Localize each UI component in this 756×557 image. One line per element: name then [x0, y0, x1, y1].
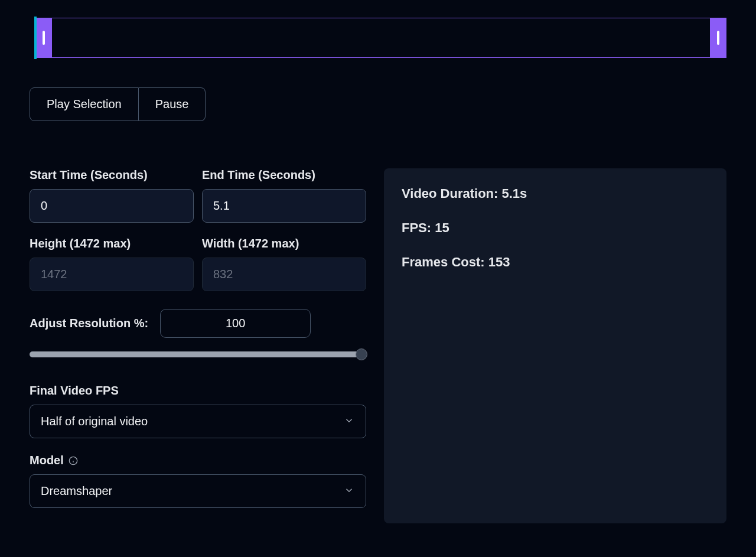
width-label: Width (1472 max): [202, 237, 366, 250]
model-select-label: Model: [30, 454, 64, 467]
stat-frames-cost: Frames Cost: 153: [402, 255, 709, 270]
slider-thumb[interactable]: [356, 348, 367, 360]
handle-grip-icon: [43, 31, 45, 45]
stat-fps: FPS: 15: [402, 220, 709, 236]
resolution-input[interactable]: [160, 309, 311, 338]
slider-track: [30, 351, 366, 357]
height-label: Height (1472 max): [30, 237, 194, 250]
start-time-label: Start Time (Seconds): [30, 168, 194, 182]
model-select[interactable]: Dreamshaper: [30, 474, 366, 508]
height-input[interactable]: [30, 258, 194, 291]
resolution-label: Adjust Resolution %:: [30, 317, 148, 330]
timeline-handle-start[interactable]: [35, 18, 52, 58]
width-input[interactable]: [202, 258, 366, 291]
handle-grip-icon: [717, 31, 719, 45]
timeline-handle-end[interactable]: [710, 18, 726, 58]
play-selection-button[interactable]: Play Selection: [30, 87, 139, 121]
start-time-input[interactable]: [30, 189, 194, 223]
pause-button[interactable]: Pause: [139, 87, 206, 121]
stat-video-duration: Video Duration: 5.1s: [402, 186, 709, 201]
info-icon[interactable]: [69, 456, 78, 465]
playback-button-group: Play Selection Pause: [30, 87, 726, 121]
timeline[interactable]: [30, 18, 726, 58]
fps-select-label: Final Video FPS: [30, 384, 366, 398]
end-time-label: End Time (Seconds): [202, 168, 366, 182]
end-time-input[interactable]: [202, 189, 366, 223]
timeline-playhead[interactable]: [34, 17, 37, 59]
fps-select[interactable]: Half of original video: [30, 405, 366, 438]
stats-panel: Video Duration: 5.1s FPS: 15 Frames Cost…: [384, 168, 726, 523]
timeline-track[interactable]: [47, 18, 712, 58]
resolution-slider[interactable]: [30, 348, 366, 360]
